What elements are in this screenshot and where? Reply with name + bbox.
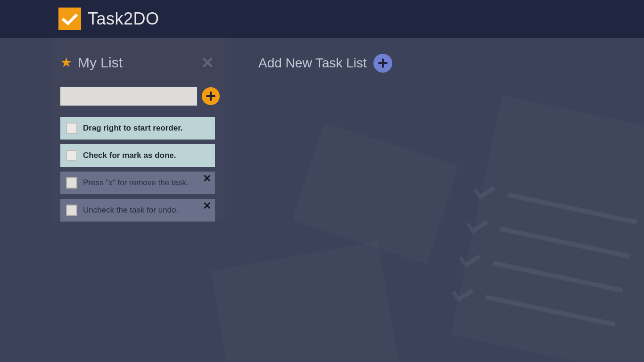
new-task-input[interactable] bbox=[60, 87, 197, 106]
task-row[interactable]: Check for mark as done. bbox=[60, 144, 215, 167]
new-task-row bbox=[51, 87, 220, 106]
app-logo-icon bbox=[58, 8, 81, 30]
plus-icon bbox=[378, 58, 388, 68]
close-list-button[interactable]: ✕ bbox=[198, 55, 217, 71]
remove-task-button[interactable]: ✕ bbox=[203, 201, 211, 211]
app-title: Task2DO bbox=[88, 9, 159, 29]
task-row[interactable]: Drag right to start reorder. bbox=[60, 117, 215, 140]
plus-icon bbox=[206, 91, 215, 101]
task-checkbox[interactable] bbox=[66, 150, 77, 161]
list-title: My List bbox=[78, 55, 192, 71]
task-row[interactable]: Press "x" for remove the task. ✕ bbox=[60, 172, 215, 194]
task-text: Drag right to start reorder. bbox=[83, 123, 183, 133]
app-header: Task2DO bbox=[0, 0, 644, 38]
task-text: Press "x" for remove the task. bbox=[83, 178, 189, 188]
task-checkbox[interactable] bbox=[66, 205, 77, 216]
add-task-button[interactable] bbox=[202, 87, 220, 105]
star-icon: ★ bbox=[60, 56, 72, 69]
task-text: Check for mark as done. bbox=[83, 151, 176, 160]
remove-task-button[interactable]: ✕ bbox=[203, 173, 211, 184]
task-list-panel: ★ My List ✕ Drag right to start reorder.… bbox=[51, 38, 225, 222]
add-list-section: Add New Task List bbox=[225, 38, 392, 73]
app-title-suffix: DO bbox=[133, 9, 159, 28]
task-checkbox[interactable] bbox=[66, 177, 77, 189]
app-title-mid: 2 bbox=[124, 9, 133, 28]
task-row[interactable]: Uncheck the task for undo. ✕ bbox=[60, 199, 215, 222]
task-text: Uncheck the task for undo. bbox=[83, 206, 178, 215]
list-header: ★ My List ✕ bbox=[51, 55, 220, 71]
task-checkbox[interactable] bbox=[66, 123, 77, 134]
app-title-prefix: Task bbox=[88, 9, 124, 28]
add-list-label: Add New Task List bbox=[258, 56, 367, 71]
add-list-button[interactable] bbox=[373, 54, 392, 73]
main-content: ★ My List ✕ Drag right to start reorder.… bbox=[0, 38, 644, 222]
